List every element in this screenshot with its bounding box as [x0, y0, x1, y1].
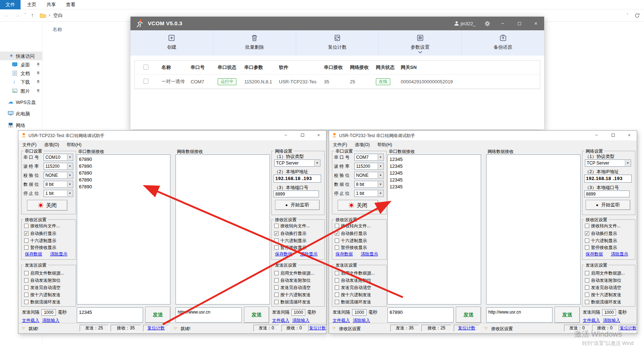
vcom-titlebar[interactable]: VCOM V5.0.3 jin322_ − × — [130, 17, 544, 30]
back-icon[interactable]: ← — [4, 12, 10, 18]
checkbox-send-as-hex[interactable]: 按十六进制发送 — [24, 292, 61, 297]
tab-file[interactable]: 文件 — [0, 0, 21, 9]
checkbox-auto-newline[interactable]: ✓自动换行显示 — [274, 231, 306, 236]
clear-input-link[interactable]: 清除输入 — [292, 317, 310, 324]
baud-rate-select[interactable]: 115200▼ — [44, 163, 73, 170]
sidebar-item-downloads[interactable]: ↓ 下载 — [0, 78, 43, 86]
baud-rate-select[interactable]: 115200▼ — [354, 163, 384, 170]
network-receive-area[interactable] — [486, 154, 581, 305]
interval-input[interactable]: 1000 — [41, 309, 56, 316]
checkbox-hex-display[interactable]: 十六进制显示 — [274, 238, 306, 243]
network-receive-area[interactable] — [176, 154, 270, 305]
checkbox-auto-send-append[interactable]: 自动发送附加位 — [585, 278, 621, 283]
checkbox-loop-send[interactable]: 数据流循环发送 — [274, 299, 311, 305]
save-data-link[interactable]: 保存数据 — [25, 251, 42, 257]
gear-icon[interactable] — [484, 21, 490, 27]
toolbar-backup-restore-button[interactable]: 备份还原 — [462, 30, 544, 56]
serial-receive-area[interactable]: 12345 12345 12345 12345 12345 — [387, 154, 481, 305]
serial-send-button[interactable]: 发送 — [456, 307, 481, 323]
checkbox-pause-recv[interactable]: 暂停接收显示 — [585, 245, 617, 250]
sidebar-item-network[interactable]: 网络 — [0, 121, 43, 130]
sidebar-item-quick-access[interactable]: ★ 快速访问 — [0, 52, 43, 60]
checkbox-loop-send[interactable]: 数据流循环发送 — [585, 299, 621, 305]
net-reset-count-link[interactable]: 复位计数 — [619, 325, 638, 332]
checkbox-hex-display[interactable]: 十六进制显示 — [335, 238, 367, 243]
interval-input[interactable]: 1000 — [292, 309, 305, 316]
menu-file[interactable]: 文件(F) — [330, 140, 350, 148]
stop-bits-select[interactable]: 1 bit▼ — [44, 190, 73, 197]
checkbox-auto-send-append[interactable]: 自动发送附加位 — [24, 278, 61, 283]
local-port-input[interactable]: 8899 — [584, 190, 630, 197]
start-listen-button[interactable]: ● 开始监听 — [275, 200, 320, 210]
clear-display-link[interactable]: 清除显示 — [361, 251, 378, 257]
interval-input[interactable]: 1000 — [352, 309, 367, 316]
column-header-name[interactable]: 名称 — [53, 26, 62, 33]
checkbox-clear-after-send[interactable]: 发送完自动清空 — [335, 285, 371, 290]
network-send-input[interactable]: http://www.usr.cn — [486, 307, 552, 323]
parity-select[interactable]: NONE▼ — [44, 172, 73, 179]
checkbox-recv-to-file[interactable]: 接收转向文件... — [274, 223, 310, 228]
titlebar[interactable]: USR-TCP232-Test 串口转网络调试助手 − × — [18, 131, 326, 140]
menu-file[interactable]: 文件(F) — [19, 140, 40, 148]
checkbox-loop-send[interactable]: 数据流循环发送 — [335, 299, 371, 305]
local-ip-input[interactable]: 192.168.18 .193 — [584, 175, 632, 183]
checkbox-hex-display[interactable]: 十六进制显示 — [585, 238, 617, 243]
sidebar-item-this-pc[interactable]: 此电脑 — [0, 109, 43, 118]
clear-input-link[interactable]: 清除输入 — [353, 317, 370, 324]
save-data-link[interactable]: 保存数据 — [586, 251, 603, 257]
close-button[interactable]: × — [312, 131, 325, 140]
checkbox-pause-recv[interactable]: 暂停接收显示 — [274, 245, 306, 250]
tab-share[interactable]: 共享 — [43, 0, 59, 9]
menu-options[interactable]: 选项(O) — [41, 140, 62, 148]
file-load-link[interactable]: 文件载入 — [333, 317, 350, 324]
serial-reset-count-link[interactable]: 复位计数 — [143, 325, 169, 332]
save-data-link[interactable]: 保存数据 — [275, 251, 292, 257]
select-all-checkbox[interactable] — [143, 65, 148, 70]
data-bits-select[interactable]: 8 bit▼ — [44, 181, 73, 188]
menu-options[interactable]: 选项(O) — [352, 140, 373, 148]
com-port-select[interactable]: COM7▼ — [354, 154, 384, 161]
clear-input-link[interactable]: 清除输入 — [603, 317, 620, 324]
protocol-select[interactable]: TCP Server▼ — [585, 159, 631, 167]
table-row[interactable]: 一对一透传 COM7 运行中 115200,N,8,1 USR-TCP232-T… — [135, 75, 540, 89]
checkbox-send-as-hex[interactable]: 按十六进制发送 — [585, 292, 621, 297]
network-send-button[interactable]: 发送 — [244, 307, 269, 323]
address-dropdown-icon[interactable]: ⌄ — [626, 11, 629, 15]
checkbox-clear-after-send[interactable]: 发送完自动清空 — [24, 285, 61, 290]
clear-input-link[interactable]: 清除输入 — [42, 317, 59, 324]
minimize-button[interactable]: − — [590, 131, 603, 140]
checkbox-send-as-hex[interactable]: 按十六进制发送 — [274, 292, 311, 297]
forward-icon[interactable]: → — [14, 12, 20, 18]
toolbar-create-button[interactable]: 创建 — [130, 30, 213, 56]
protocol-select[interactable]: TCP Server▼ — [274, 159, 320, 167]
checkbox-loop-send[interactable]: 数据流循环发送 — [24, 299, 61, 305]
up-icon[interactable]: ↑ — [31, 12, 34, 18]
clear-display-link[interactable]: 清除显示 — [611, 251, 628, 257]
refresh-icon[interactable] — [635, 13, 640, 18]
checkbox-hex-display[interactable]: 十六进制显示 — [24, 238, 56, 243]
checkbox-recv-to-file[interactable]: 接收转向文件... — [585, 223, 621, 228]
interval-input[interactable]: 1000 — [602, 309, 616, 316]
net-reset-count-link[interactable]: 复位计数 — [308, 325, 327, 332]
checkbox-recv-to-file[interactable]: 接收转向文件... — [335, 223, 370, 228]
row-checkbox[interactable] — [143, 79, 148, 84]
checkbox-auto-newline[interactable]: ✓自动换行显示 — [24, 231, 56, 236]
checkbox-file-data-source[interactable]: 启用文件数据源... — [585, 271, 625, 276]
local-port-input[interactable]: 8899 — [274, 190, 319, 197]
sidebar-item-desktop[interactable]: 桌面 — [0, 60, 43, 69]
checkbox-file-data-source[interactable]: 启用文件数据源... — [335, 271, 375, 276]
minimize-button[interactable]: − — [279, 131, 293, 140]
checkbox-recv-to-file[interactable]: 接收转向文件... — [24, 223, 60, 228]
clear-display-link[interactable]: 清除显示 — [50, 251, 67, 257]
checkbox-auto-send-append[interactable]: 自动发送附加位 — [274, 278, 311, 283]
start-listen-button[interactable]: ● 开始监听 — [586, 200, 630, 210]
checkbox-file-data-source[interactable]: 启用文件数据源... — [24, 271, 64, 276]
serial-reset-count-link[interactable]: 复位计数 — [454, 325, 480, 332]
network-send-button[interactable]: 发送 — [555, 307, 580, 323]
sidebar-item-documents[interactable]: 文档 — [0, 69, 43, 78]
maximize-button[interactable] — [512, 17, 527, 30]
stop-bits-select[interactable]: 1 bit▼ — [354, 190, 384, 197]
clear-display-link[interactable]: 清除显示 — [300, 251, 317, 257]
close-serial-button[interactable]: 关闭 — [27, 200, 67, 211]
checkbox-auto-send-append[interactable]: 自动发送附加位 — [335, 278, 371, 283]
